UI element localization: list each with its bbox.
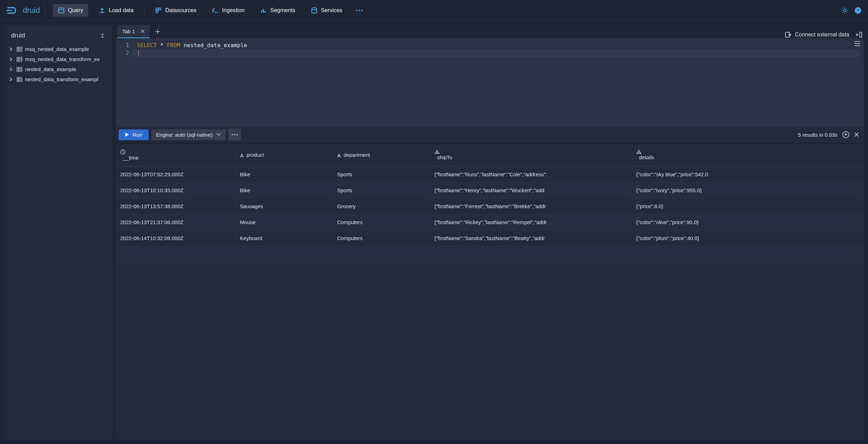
table-cell[interactable]: {"color":"olive","price":90.0} [632,214,864,230]
add-tab-button[interactable] [152,26,164,37]
table-cell[interactable]: 2022-06-13T07:52:29.000Z [116,166,236,182]
upload-icon [99,7,106,14]
close-tab-button[interactable] [141,29,145,33]
svg-rect-19 [17,57,22,61]
table-row[interactable]: 2022-06-13T10:10:35.000ZBikeSports{"firs… [116,182,864,198]
help-button[interactable]: ? [854,7,862,14]
plus-icon [155,29,160,34]
table-cell [236,246,333,262]
close-results-button[interactable] [854,132,859,137]
table-cell[interactable]: {"color":"ivory","price":955.0} [632,182,864,198]
connect-external-data-button[interactable]: Connect external data [785,32,849,38]
code-line[interactable]: SELECT * FROM nested_data_example [137,42,860,49]
query-more-button[interactable] [228,129,241,140]
main-area: druid msq_nested_data_examplemsq_nested_… [0,21,868,444]
table-cell[interactable]: Sausages [236,198,333,214]
result-status-text: 5 results in 0.03s [798,132,837,138]
table-cell[interactable]: Sports [333,166,430,182]
table-row[interactable]: 2022-06-13T07:52:29.000ZBikeSports{"firs… [116,166,864,182]
svg-point-47 [638,153,640,154]
app-logo[interactable]: druid [6,4,45,17]
svg-rect-5 [156,11,158,13]
nav-more[interactable] [353,4,366,17]
schema-selector[interactable]: druid [7,29,109,42]
table-header-row: __timeAproductAdepartmentshipTodetails [116,144,864,166]
chevron-down-icon [217,133,221,136]
nav-label: Services [321,7,342,14]
table-row[interactable]: 2022-06-14T10:32:08.000ZKeyboardComputer… [116,230,864,246]
results-panel: __timeAproductAdepartmentshipTodetails 2… [116,144,864,440]
table-cell[interactable]: {"color":"plum","price":40.0} [632,230,864,246]
run-button[interactable]: Run [119,129,149,140]
topbar: druid Query Load data Datasources Ingest… [0,0,868,21]
schema-table-item[interactable]: msq_nested_data_example [7,44,109,54]
svg-rect-27 [17,77,22,82]
schema-sidebar: druid msq_nested_data_examplemsq_nested_… [4,25,112,440]
query-tab[interactable]: Tab 1 [117,25,150,38]
query-toolbar: Run Engine: auto (sql-native) 5 results … [116,127,864,142]
code-line[interactable]: | [133,49,860,57]
table-cell[interactable]: {"price":8.0} [632,198,864,214]
nav-load-data[interactable]: Load data [94,4,139,17]
nav-services[interactable]: Services [306,4,347,17]
code-area[interactable]: SELECT * FROM nested_data_example| [133,38,864,127]
table-cell[interactable]: Bike [236,182,333,198]
nav-ingestion[interactable]: Ingestion [207,4,250,17]
engine-selector[interactable]: Engine: auto (sql-native) [151,129,226,140]
services-icon [311,7,318,14]
table-cell[interactable]: 2022-06-13T21:37:06.000Z [116,214,236,230]
table-cell[interactable]: Mouse [236,214,333,230]
column-name: details [639,154,654,160]
editor-menu-button[interactable] [854,41,860,46]
table-cell[interactable]: 2022-06-13T13:57:38.000Z [116,198,236,214]
table-cell[interactable]: {"firstName":"Sandra","lastName":"Beatty… [430,230,632,246]
settings-button[interactable] [841,7,849,14]
download-results-button[interactable] [842,131,849,138]
schema-table-item[interactable]: nested_data_transform_exampl [7,74,109,84]
table-cell[interactable]: Computers [333,214,430,230]
column-header[interactable]: Adepartment [333,144,430,166]
column-type-icon [636,150,859,154]
table-cell[interactable]: {"color":"sky blue","price":542.0 [632,166,864,182]
schema-selected-label: druid [11,32,25,39]
column-header[interactable]: details [632,144,864,166]
table-cell[interactable]: Keyboard [236,230,333,246]
table-cell[interactable]: Sports [333,182,430,198]
sql-editor[interactable]: 12 SELECT * FROM nested_data_example| [116,38,864,127]
table-cell[interactable]: Bike [236,166,333,182]
collapse-panel-button[interactable] [856,31,862,38]
table-row[interactable]: 2022-06-13T13:57:38.000ZSausagesGrocery{… [116,198,864,214]
schema-table-item[interactable]: nested_data_example [7,64,109,74]
svg-rect-4 [159,8,161,10]
table-cell[interactable]: {"firstName":"Rickey","lastName":"Rempel… [430,214,632,230]
nav-query[interactable]: Query [53,4,88,17]
tab-bar: Tab 1 Connect external data [116,25,864,38]
table-cell[interactable]: {"firstName":"Henry","lastName":"Wuckert… [430,182,632,198]
nav-datasources[interactable]: Datasources [150,4,201,17]
table-row[interactable]: 2022-06-13T21:37:06.000ZMouseComputers{"… [116,214,864,230]
table-cell[interactable]: 2022-06-13T10:10:35.000Z [116,182,236,198]
table-cell[interactable]: {"firstName":"Russ","lastName":"Cole","a… [430,166,632,182]
table-cell[interactable]: 2022-06-14T10:32:08.000Z [116,230,236,246]
schema-table-item[interactable]: msq_nested_data_transform_ex [7,54,109,64]
column-header[interactable]: shipTo [430,144,632,166]
table-cell[interactable]: {"firstName":"Forrest","lastName":"Brekk… [430,198,632,214]
svg-rect-7 [263,9,264,12]
nav-label: Datasources [165,7,197,14]
table-cell[interactable]: Grocery [333,198,430,214]
table-cell[interactable]: Computers [333,230,430,246]
nav-divider [144,5,144,16]
segments-icon [260,7,267,14]
download-icon [842,131,849,138]
svg-point-10 [356,10,358,11]
nav-segments[interactable]: Segments [255,4,300,17]
datasources-icon [155,7,162,14]
run-label: Run [133,132,142,138]
column-header[interactable]: Aproduct [236,144,333,166]
table-icon [17,47,22,52]
chevron-right-icon [10,68,14,71]
column-name: department [344,152,370,158]
line-number: 2 [116,49,129,57]
column-header[interactable]: __time [116,144,236,166]
svg-point-42 [435,153,436,154]
